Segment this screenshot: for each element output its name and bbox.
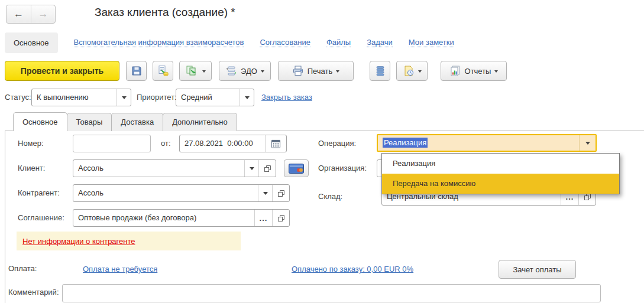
- forward-button[interactable]: →: [31, 5, 55, 23]
- organization-label: Организация:: [318, 159, 367, 177]
- counterparty-select[interactable]: Ассоль: [73, 184, 290, 202]
- tab-delivery[interactable]: Доставка: [111, 113, 163, 131]
- client-label: Клиент:: [18, 159, 45, 177]
- save-icon: [131, 65, 143, 77]
- priority-dropdown-button[interactable]: [240, 89, 254, 106]
- operation-value: Реализация: [383, 138, 428, 148]
- tab-main[interactable]: Основное: [13, 112, 67, 131]
- date-label: от:: [161, 135, 171, 152]
- back-button[interactable]: ←: [7, 5, 31, 23]
- open-link-icon: [264, 165, 271, 172]
- calendar-button[interactable]: [265, 135, 286, 152]
- chevron-down-icon: [263, 192, 268, 197]
- nav-link-my-notes[interactable]: Мои заметки: [409, 38, 454, 47]
- status-label: Статус:: [5, 89, 31, 106]
- reminder-clock-icon: [403, 65, 415, 77]
- page-title: Заказ клиента (создание) *: [95, 6, 235, 19]
- priority-select[interactable]: Средний: [176, 89, 254, 106]
- no-counterparty-info-link[interactable]: Нет информации о контрагенте: [22, 237, 135, 246]
- nav-link-mutual-settlements-info[interactable]: Вспомогательная информация взаиморасчето…: [74, 38, 244, 47]
- nav-link-files[interactable]: Файлы: [326, 38, 351, 47]
- status-select[interactable]: К выполнению: [31, 89, 131, 106]
- date-value: 27.08.2021 0:00:00: [180, 135, 265, 152]
- customer-order-window: ← → Заказ клиента (создание) * Основное …: [0, 0, 644, 303]
- back-arrow-icon: ←: [14, 8, 24, 20]
- agreement-select[interactable]: Оптовые продажи (без договора) ...: [73, 209, 290, 227]
- printer-icon: [292, 65, 304, 77]
- payment-offset-button[interactable]: Зачет оплаты: [499, 260, 576, 279]
- status-dropdown-button[interactable]: [116, 89, 131, 106]
- client-dropdown-button[interactable]: [244, 160, 258, 177]
- open-link-icon: [277, 214, 285, 222]
- comment-input[interactable]: [62, 284, 601, 302]
- status-value: К выполнению: [32, 89, 116, 106]
- reports-chart-icon: [449, 65, 461, 77]
- agreement-choose-button[interactable]: ...: [254, 210, 272, 226]
- counterparty-label: Контрагент:: [18, 184, 60, 202]
- history-nav: ← →: [6, 5, 56, 24]
- date-input[interactable]: 27.08.2021 0:00:00: [179, 135, 287, 152]
- client-payment-card-button[interactable]: [284, 159, 309, 177]
- reports-button[interactable]: Отчеты: [441, 61, 507, 81]
- warehouse-label: Склад:: [318, 188, 342, 206]
- priority-value: Средний: [176, 89, 240, 106]
- payment-card-icon: [289, 164, 304, 174]
- counterparty-open-button[interactable]: [272, 185, 289, 201]
- post-document-icon: [157, 65, 169, 77]
- operation-option-realizatsiya[interactable]: Реализация: [382, 154, 619, 174]
- paid-by-order-link[interactable]: Оплачено по заказу: 0,00 EUR 0%: [292, 265, 413, 273]
- client-value: Ассоль: [73, 160, 244, 177]
- post-document-button[interactable]: [153, 61, 173, 81]
- open-link-icon: [277, 190, 285, 197]
- chevron-down-icon: [202, 70, 206, 74]
- print-button[interactable]: Печать: [278, 61, 354, 81]
- agreement-value: Оптовые продажи (без договора): [73, 210, 254, 226]
- payment-label: Оплата:: [8, 260, 37, 278]
- form-tabs: Основное Товары Доставка Дополнительно: [13, 112, 237, 131]
- operation-label: Операция:: [318, 135, 356, 152]
- register-list-icon: [376, 65, 385, 77]
- edo-button[interactable]: ЭДО: [219, 61, 271, 81]
- chevron-down-icon: [585, 142, 590, 147]
- counterparty-dropdown-button[interactable]: [258, 185, 272, 201]
- number-input[interactable]: [73, 135, 151, 152]
- document-register-button[interactable]: [370, 61, 390, 81]
- nav-tab-main[interactable]: Основное: [5, 32, 58, 53]
- operation-select[interactable]: Реализация: [377, 134, 597, 152]
- client-open-button[interactable]: [258, 160, 276, 177]
- payment-not-required-link[interactable]: Оплата не требуется: [83, 265, 157, 273]
- save-button[interactable]: [126, 61, 147, 81]
- agreement-label: Соглашение:: [18, 209, 64, 227]
- chevron-down-icon: [250, 167, 254, 172]
- create-based-on-icon: [186, 65, 199, 77]
- nav-link-tasks[interactable]: Задачи: [367, 38, 393, 47]
- edo-exchange-icon: [225, 65, 237, 77]
- nav-link-approval[interactable]: Согласование: [260, 38, 310, 47]
- form-navigation: Основное Вспомогательная информация взаи…: [5, 31, 454, 54]
- close-order-link[interactable]: Закрыть заказ: [261, 93, 312, 102]
- counterparty-value: Ассоль: [73, 185, 258, 201]
- reports-label: Отчеты: [465, 67, 491, 76]
- edo-label: ЭДО: [241, 67, 257, 76]
- tab-goods[interactable]: Товары: [67, 113, 112, 131]
- reminder-button[interactable]: [396, 61, 428, 81]
- chevron-down-icon: [336, 70, 339, 74]
- operation-dropdown-button[interactable]: [579, 135, 596, 151]
- post-and-close-button[interactable]: Провести и закрыть: [5, 61, 119, 81]
- warning-banner: Нет информации о контрагенте: [17, 232, 241, 250]
- tab-additional[interactable]: Дополнительно: [163, 113, 237, 131]
- create-based-on-button[interactable]: [179, 61, 212, 81]
- priority-label: Приоритет:: [137, 89, 177, 106]
- operation-dropdown-list: Реализация Передача на комиссию: [381, 153, 620, 194]
- forward-arrow-icon: →: [38, 8, 48, 20]
- operation-option-peredacha-na-komissiyu[interactable]: Передача на комиссию: [382, 174, 619, 194]
- calendar-icon: [271, 139, 281, 149]
- comment-label: Комментарий:: [8, 284, 59, 301]
- agreement-open-button[interactable]: [272, 210, 289, 226]
- chevron-down-icon: [494, 70, 498, 74]
- chevron-down-icon: [418, 70, 422, 74]
- number-label: Номер:: [18, 135, 44, 152]
- client-select[interactable]: Ассоль: [73, 159, 276, 177]
- chevron-down-icon: [245, 96, 250, 102]
- comment-value: [63, 285, 600, 302]
